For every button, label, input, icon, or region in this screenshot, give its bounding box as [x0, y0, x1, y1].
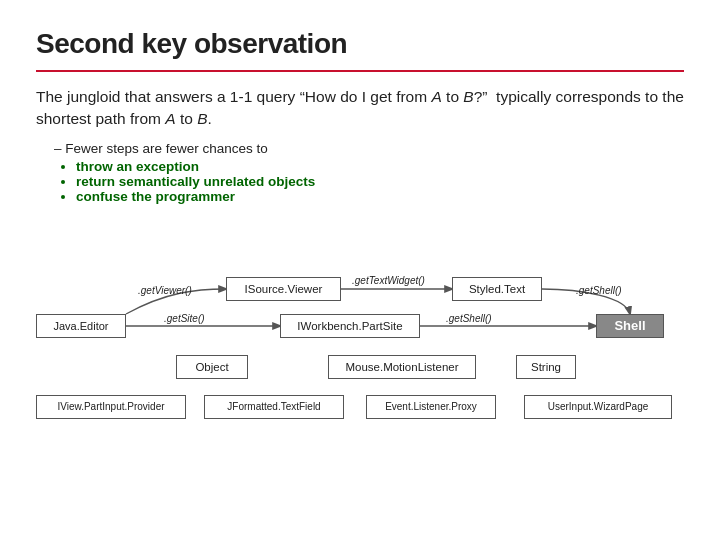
node-iworkbench-partsite: IWorkbench.PartSite — [280, 314, 420, 338]
diagram-area: .getViewer() .getTextWidget() .getShell(… — [36, 222, 684, 417]
node-iview-partinput-provider: IView.PartInput.Provider — [36, 395, 186, 419]
svg-text:.getSite(): .getSite() — [164, 313, 205, 324]
intro-paragraph: The jungloid that answers a 1-1 query “H… — [36, 86, 684, 131]
list-item: throw an exception — [76, 159, 684, 174]
list-item: confuse the programmer — [76, 189, 684, 204]
node-string: String — [516, 355, 576, 379]
node-user-input-wizard-page: UserInput.WizardPage — [524, 395, 672, 419]
svg-text:.getTextWidget(): .getTextWidget() — [352, 275, 425, 286]
node-mouse-motion-listener: Mouse.MotionListener — [328, 355, 476, 379]
node-styled-text: Styled.Text — [452, 277, 542, 301]
node-shell: Shell — [596, 314, 664, 338]
bullet-list: throw an exception return semantically u… — [76, 159, 684, 204]
svg-text:.getShell(): .getShell() — [446, 313, 492, 324]
list-item: return semantically unrelated objects — [76, 174, 684, 189]
bullet-dash: – Fewer steps are fewer chances to — [54, 141, 684, 156]
title-divider — [36, 70, 684, 72]
node-object: Object — [176, 355, 248, 379]
node-jformatted-textfield: JFormatted.TextField — [204, 395, 344, 419]
svg-text:.getViewer(): .getViewer() — [138, 285, 192, 296]
node-java-editor: Java.Editor — [36, 314, 126, 338]
node-event-listener-proxy: Event.Listener.Proxy — [366, 395, 496, 419]
node-isource-viewer: ISource.Viewer — [226, 277, 341, 301]
bullet-section: – Fewer steps are fewer chances to throw… — [54, 141, 684, 204]
svg-text:.getShell(): .getShell() — [576, 285, 622, 296]
page-title: Second key observation — [36, 28, 684, 60]
